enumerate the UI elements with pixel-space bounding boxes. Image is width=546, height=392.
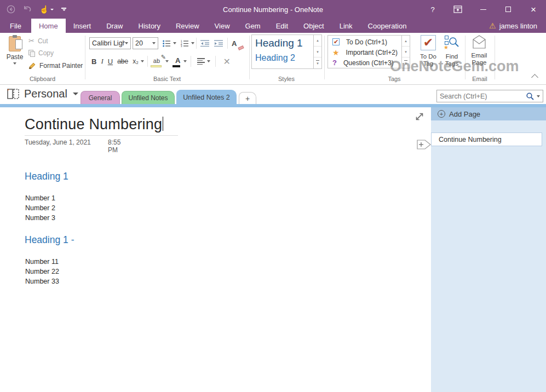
notebook-icon bbox=[7, 88, 20, 100]
maximize-button[interactable] bbox=[496, 0, 521, 19]
strikethrough-button[interactable]: abe bbox=[115, 55, 130, 67]
font-size-combobox[interactable]: 20 bbox=[133, 37, 158, 49]
window-controls: ? × bbox=[420, 0, 546, 19]
font-name-value: Calibri Light bbox=[92, 39, 125, 47]
envelope-icon bbox=[471, 35, 487, 49]
search-box bbox=[436, 90, 543, 102]
delete-formatting-button[interactable]: ✕ bbox=[221, 55, 232, 67]
collapse-ribbon-button[interactable] bbox=[532, 75, 537, 80]
section-tab-general[interactable]: General bbox=[81, 91, 120, 104]
page-title[interactable]: Continue Numbering bbox=[25, 116, 163, 133]
subscript-button[interactable]: x₂ bbox=[130, 55, 141, 67]
tag-todo-label: To Do (Ctrl+1) bbox=[346, 38, 387, 46]
chevron-down-icon[interactable] bbox=[183, 60, 187, 62]
tab-file[interactable]: File bbox=[0, 19, 31, 33]
chevron-down-icon[interactable] bbox=[173, 42, 176, 44]
ribbon-display-options-button[interactable] bbox=[445, 0, 470, 19]
tag-question[interactable]: ? Question (Ctrl+3) bbox=[328, 57, 394, 68]
list-item: Number 1 bbox=[25, 193, 55, 203]
insert-page-arrow-icon[interactable] bbox=[417, 137, 431, 154]
page-title-text: Continue Numbering bbox=[25, 116, 162, 132]
list-item: Number 2 bbox=[25, 203, 55, 213]
page-canvas[interactable]: Continue Numbering Tuesday, June 1, 2021… bbox=[0, 107, 431, 392]
styles-gallery-scrollbar[interactable]: ▴▾▾ bbox=[313, 35, 321, 68]
search-scope-dropdown-icon[interactable] bbox=[537, 95, 540, 97]
page-time: 8:55 PM bbox=[108, 139, 120, 154]
decrease-indent-button[interactable] bbox=[198, 37, 212, 49]
font-name-combobox[interactable]: Calibri Light bbox=[89, 37, 131, 49]
cut-label: Cut bbox=[38, 37, 48, 45]
bullets-button[interactable] bbox=[160, 37, 173, 49]
close-button[interactable]: × bbox=[521, 0, 546, 19]
tag-important[interactable]: ★ Important (Ctrl+2) bbox=[328, 47, 398, 57]
tag-todo[interactable]: ✔ To Do (Ctrl+1) bbox=[328, 37, 387, 47]
tab-link[interactable]: Link bbox=[332, 19, 360, 33]
style-heading1[interactable]: Heading 1 bbox=[255, 37, 303, 49]
format-painter-icon bbox=[28, 62, 36, 70]
numbering-button[interactable]: 123 bbox=[179, 37, 191, 49]
underline-button[interactable]: U bbox=[106, 55, 115, 67]
format-painter-button[interactable]: Format Painter bbox=[28, 62, 83, 70]
increase-indent-button[interactable] bbox=[212, 37, 226, 49]
add-page-button[interactable]: + Add Page bbox=[431, 107, 546, 120]
minimize-button[interactable] bbox=[470, 0, 496, 19]
numbering-icon: 123 bbox=[181, 40, 189, 47]
format-painter-label: Format Painter bbox=[39, 62, 83, 70]
paste-button[interactable]: Paste bbox=[3, 35, 26, 72]
heading-1[interactable]: Heading 1 bbox=[25, 171, 68, 182]
paragraph-alignment-button[interactable] bbox=[195, 55, 207, 67]
page-list-item-selected[interactable]: Continue Numbering bbox=[431, 132, 542, 146]
list-item: Number 33 bbox=[25, 276, 59, 286]
tab-gem[interactable]: Gem bbox=[238, 19, 268, 33]
styles-gallery: Heading 1 Heading 2 ▴▾▾ bbox=[251, 34, 322, 69]
highlight-button[interactable]: ab✎ bbox=[151, 55, 162, 67]
chevron-up-icon bbox=[531, 74, 538, 81]
find-tags-icon: ★ bbox=[444, 35, 460, 50]
chevron-down-icon[interactable] bbox=[207, 60, 210, 62]
section-tab-unfiled-notes[interactable]: Unfiled Notes bbox=[122, 91, 175, 104]
scroll-up-icon: ▴ bbox=[314, 35, 321, 47]
tab-cooperation[interactable]: Cooperation bbox=[360, 19, 415, 33]
svg-text:3: 3 bbox=[181, 45, 182, 47]
clipboard-group-label: Clipboard bbox=[16, 76, 68, 82]
clear-formatting-button[interactable]: A bbox=[229, 37, 239, 49]
font-color-button[interactable]: A bbox=[173, 55, 182, 67]
italic-button[interactable]: I bbox=[99, 55, 105, 67]
heading-2[interactable]: Heading 1 - bbox=[25, 234, 74, 246]
tab-draw[interactable]: Draw bbox=[99, 19, 130, 33]
star-icon: ★ bbox=[332, 48, 340, 57]
maximize-icon bbox=[505, 7, 511, 12]
help-button[interactable]: ? bbox=[420, 0, 445, 19]
new-section-button[interactable]: + bbox=[239, 92, 256, 104]
chevron-down-icon[interactable] bbox=[191, 42, 194, 44]
list-item: Number 3 bbox=[25, 213, 55, 223]
account-badge[interactable]: ⚠ james linton bbox=[489, 19, 546, 33]
chevron-down-icon[interactable] bbox=[141, 60, 144, 62]
search-input[interactable] bbox=[440, 93, 524, 100]
tab-home[interactable]: Home bbox=[31, 19, 66, 33]
styles-group-label: Styles bbox=[259, 76, 314, 82]
watermark: OneNoteGem.com bbox=[390, 58, 519, 75]
tab-view[interactable]: View bbox=[207, 19, 238, 33]
full-page-view-icon[interactable] bbox=[415, 112, 424, 124]
tab-history[interactable]: History bbox=[131, 19, 168, 33]
tab-insert[interactable]: Insert bbox=[66, 19, 99, 33]
font-color-bar bbox=[173, 65, 180, 67]
highlight-color-bar bbox=[151, 65, 162, 67]
decrease-indent-icon bbox=[200, 40, 210, 47]
tab-edit[interactable]: Edit bbox=[268, 19, 296, 33]
cut-button[interactable]: ✂ Cut bbox=[28, 37, 48, 45]
text-cursor bbox=[163, 117, 163, 131]
number-list-1[interactable]: Number 1 Number 2 Number 3 bbox=[25, 193, 55, 223]
font-size-value: 20 bbox=[135, 39, 152, 47]
notebook-dropdown[interactable]: Personal bbox=[7, 88, 78, 100]
section-tab-unfiled-notes-2[interactable]: Unfiled Notes 2 bbox=[176, 90, 237, 104]
number-list-2[interactable]: Number 11 Number 22 Number 33 bbox=[25, 257, 59, 286]
plus-circle-icon: + bbox=[438, 110, 445, 118]
tab-review[interactable]: Review bbox=[168, 19, 207, 33]
copy-button[interactable]: Copy bbox=[28, 49, 54, 57]
search-icon[interactable] bbox=[526, 93, 534, 100]
bold-button[interactable]: B bbox=[89, 55, 99, 67]
style-heading2[interactable]: Heading 2 bbox=[255, 53, 295, 63]
tab-object[interactable]: Object bbox=[296, 19, 332, 33]
